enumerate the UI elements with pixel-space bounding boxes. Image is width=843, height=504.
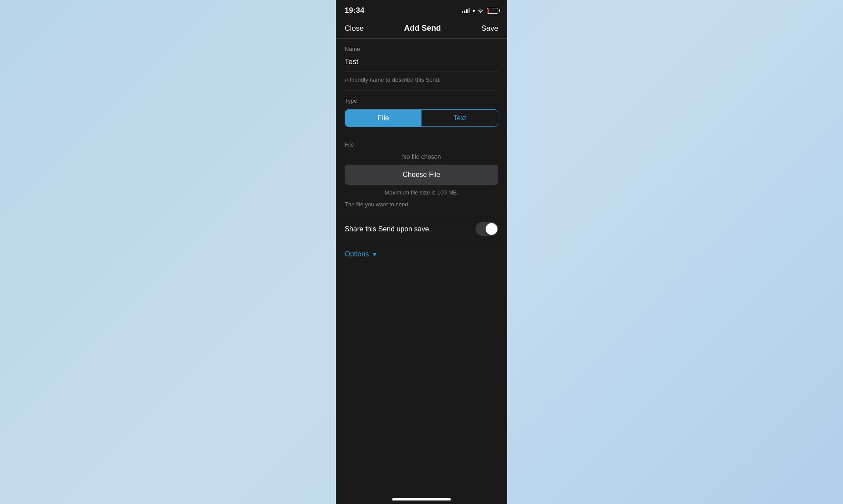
type-section: Type File Text [336, 90, 507, 134]
file-section: File No file chosen Choose File Maximum … [336, 134, 507, 215]
name-section: Name Test A friendly name to describe th… [336, 39, 507, 90]
type-label: Type [345, 97, 498, 104]
page-title: Add Send [404, 24, 441, 33]
phone-screen: 19:34 ▾ [336, 0, 507, 504]
no-file-text: No file chosen [345, 153, 498, 160]
share-label: Share this Send upon save. [345, 225, 431, 233]
file-size-hint: Maximum file size is 100 MB. [345, 189, 498, 196]
share-section: Share this Send upon save. [336, 215, 507, 243]
navigation-bar: Close Add Send Save [336, 18, 507, 38]
svg-point-0 [480, 12, 481, 13]
status-time: 19:34 [345, 6, 364, 15]
options-section[interactable]: Options ▼ [336, 243, 507, 265]
home-indicator [392, 498, 451, 500]
type-toggle: File Text [345, 109, 498, 127]
chevron-down-icon: ▼ [371, 251, 378, 258]
share-toggle[interactable] [476, 222, 498, 236]
name-value[interactable]: Test [345, 56, 498, 72]
status-bar: 19:34 ▾ [336, 0, 507, 18]
name-hint: A friendly name to describe this Send. [345, 72, 498, 90]
type-text-button[interactable]: Text [422, 110, 498, 126]
type-file-button[interactable]: File [345, 110, 422, 126]
toggle-knob [486, 223, 497, 235]
choose-file-button[interactable]: Choose File [345, 165, 498, 185]
wifi-icon: ▾ [472, 7, 484, 14]
signal-icon [462, 8, 470, 13]
name-label: Name [345, 46, 498, 52]
save-button[interactable]: Save [481, 24, 498, 33]
file-description: The file you want to send. [345, 201, 498, 208]
file-label: File [345, 141, 498, 148]
options-label: Options [345, 250, 369, 258]
battery-icon [487, 8, 498, 14]
close-button[interactable]: Close [345, 24, 364, 33]
options-button[interactable]: Options ▼ [345, 250, 498, 258]
form-content: Name Test A friendly name to describe th… [336, 39, 507, 504]
status-icons: ▾ [462, 7, 498, 14]
